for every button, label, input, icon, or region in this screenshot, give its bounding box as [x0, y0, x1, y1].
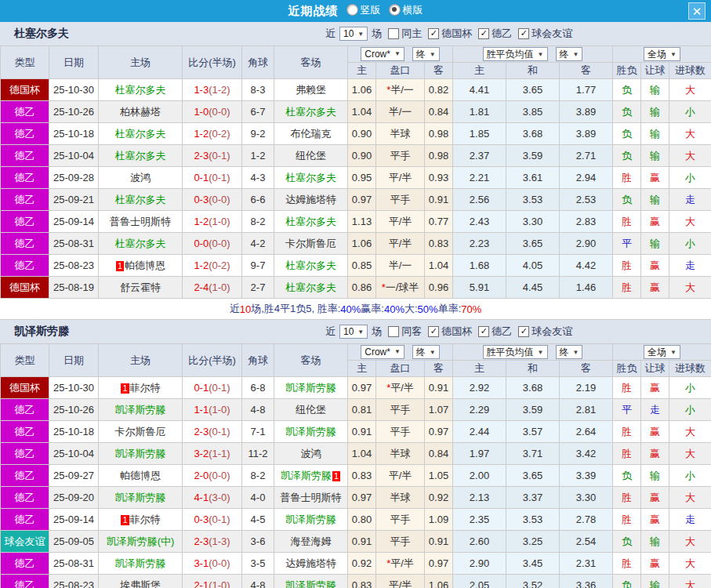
- fulltime-score: 2-3: [194, 535, 209, 547]
- home-team-cell: 舒云霍特: [99, 277, 183, 299]
- mean-draw-cell: 3.59: [506, 145, 560, 167]
- mean-lose-cell: 3.30: [560, 487, 613, 509]
- corners-cell: 8-2: [242, 465, 274, 487]
- home-odds-cell: 0.97: [348, 487, 376, 509]
- mean-state-select[interactable]: 终▼: [556, 47, 583, 61]
- filter-checkbox[interactable]: 同主: [388, 27, 422, 41]
- mean-win-cell: 2.21: [453, 167, 506, 189]
- team-name-text: 凯泽斯劳滕: [285, 514, 336, 525]
- sub-column-header: 主: [348, 63, 376, 79]
- mean-win-cell: 2.00: [453, 465, 506, 487]
- filter-checkbox[interactable]: ✓德国杯: [428, 27, 472, 41]
- mean-state-select[interactable]: 终▼: [556, 345, 583, 359]
- match-count-select[interactable]: 10▼: [339, 325, 368, 339]
- home-team-cell: 凯泽斯劳滕: [99, 553, 183, 575]
- scope-select[interactable]: 全场▼: [644, 47, 680, 61]
- sub-column-header: 客: [425, 361, 453, 377]
- away-team-cell: 达姆施塔特: [274, 553, 348, 575]
- mean-win-cell: 5.91: [453, 277, 506, 299]
- home-odds-cell: 0.86: [348, 277, 376, 299]
- close-button[interactable]: ✕: [688, 2, 706, 20]
- fulltime-score: 2-3: [194, 150, 209, 162]
- odds-group-header: Crow*▼终▼: [348, 46, 453, 63]
- rank-badge: 1: [121, 515, 129, 525]
- odds-state-select[interactable]: 终▼: [412, 47, 440, 61]
- result-wdl-cell: 胜: [613, 443, 641, 465]
- mean-select[interactable]: 胜平负均值▼: [483, 345, 548, 359]
- odds-company-select[interactable]: Crow*▼: [361, 47, 404, 61]
- result-handicap-cell: 赢: [641, 421, 669, 443]
- mean-lose-cell: 4.42: [560, 255, 613, 277]
- halftime-score: (0-0): [209, 106, 230, 118]
- chevron-down-icon: ▼: [573, 51, 579, 58]
- filter-checkbox[interactable]: ✓德乙: [478, 27, 512, 41]
- handicap-text: 半/一: [389, 260, 412, 271]
- mean-win-cell: 2.43: [453, 211, 506, 233]
- mean-select[interactable]: 胜平负均值▼: [483, 47, 548, 61]
- mean-lose-cell: 2.78: [560, 509, 613, 531]
- date-cell: 25-09-21: [49, 189, 99, 211]
- mean-lose-cell: 2.53: [560, 189, 613, 211]
- sub-column-header: 和: [506, 361, 560, 377]
- fulltime-score: 1-1: [194, 404, 209, 416]
- team-name-text: 普鲁士明斯特: [110, 216, 171, 227]
- halftime-score: (0-0): [209, 238, 230, 249]
- corners-cell: 4-0: [242, 487, 274, 509]
- away-team-cell: 布伦瑞克: [274, 123, 348, 145]
- handicap-cell: *一/球半: [376, 277, 425, 299]
- filter-checkbox[interactable]: ✓球会友谊: [518, 325, 572, 339]
- team-name-text: 达姆施塔特: [285, 194, 336, 205]
- odds-state-select-value: 终: [416, 346, 426, 359]
- result-wdl-cell: 负: [613, 123, 641, 145]
- result-wdl-cell: 胜: [613, 167, 641, 189]
- away-team-cell: 波鸿: [274, 443, 348, 465]
- results-table: 类型日期主场比分(半场)角球客场Crow*▼终▼胜平负均值▼终▼全场▼主盘口客主…: [0, 343, 711, 588]
- corners-cell: 4-8: [242, 575, 274, 588]
- away-odds-cell: 0.91: [425, 189, 453, 211]
- date-cell: 25-09-14: [49, 509, 99, 531]
- filter-checkbox[interactable]: ✓球会友谊: [518, 27, 572, 41]
- title-bar: 近期战绩 竖版横版 ✕: [0, 0, 711, 22]
- away-team-cell: 杜塞尔多夫: [274, 101, 348, 123]
- date-cell: 25-09-28: [49, 167, 99, 189]
- layout-radio-horizontal[interactable]: 横版: [389, 3, 423, 17]
- checkbox-label: 同客: [401, 325, 422, 339]
- odds-group-header: Crow*▼终▼: [348, 344, 453, 361]
- mean-lose-cell: 2.71: [560, 145, 613, 167]
- away-odds-cell: 1.04: [425, 255, 453, 277]
- result-handicap-cell: 输: [641, 145, 669, 167]
- handicap-cell: 平/半: [376, 233, 425, 255]
- odds-state-select[interactable]: 终▼: [412, 345, 440, 359]
- filter-checkbox[interactable]: ✓德国杯: [428, 325, 472, 339]
- column-header: 比分(半场): [183, 46, 242, 79]
- halftime-score: (1-1): [209, 448, 230, 459]
- filter-checkbox[interactable]: ✓德乙: [478, 325, 512, 339]
- team-name-text: 杜塞尔多夫: [285, 260, 336, 271]
- fulltime-score: 1-2: [194, 260, 209, 271]
- away-team-cell: 凯泽斯劳滕: [274, 575, 348, 588]
- fulltime-score: 0-3: [194, 514, 209, 525]
- column-header: 客场: [274, 344, 348, 377]
- games-label: 场: [372, 325, 382, 339]
- sub-column-header: 胜负: [613, 361, 641, 377]
- mean-lose-cell: 2.31: [560, 553, 613, 575]
- layout-radio-vertical[interactable]: 竖版: [346, 3, 381, 17]
- filter-checkbox[interactable]: 同客: [388, 325, 422, 339]
- result-handicap-cell: 输: [641, 233, 669, 255]
- mean-draw-cell: 3.68: [506, 123, 560, 145]
- match-row: 德乙25-10-18卡尔斯鲁厄2-3(0-1)7-1凯泽斯劳滕0.91平手0.9…: [1, 421, 711, 443]
- league-cell: 德乙: [1, 101, 49, 123]
- result-handicap-cell: 输: [641, 123, 669, 145]
- mean-win-cell: 1.81: [453, 101, 506, 123]
- team-name-text: 杜塞尔多夫: [115, 128, 166, 140]
- handicap-cell: 平手: [376, 531, 425, 553]
- column-header: 日期: [49, 46, 99, 79]
- sub-column-header: 胜负: [613, 63, 641, 79]
- scope-select[interactable]: 全场▼: [644, 345, 680, 359]
- home-odds-cell: 0.91: [348, 531, 376, 553]
- odds-company-select[interactable]: Crow*▼: [361, 345, 404, 359]
- home-team-cell: 普鲁士明斯特: [99, 211, 183, 233]
- match-count-select[interactable]: 10▼: [339, 27, 368, 41]
- result-goals-cell: 走: [669, 509, 711, 531]
- score-cell: 2-4(1-0): [183, 277, 242, 299]
